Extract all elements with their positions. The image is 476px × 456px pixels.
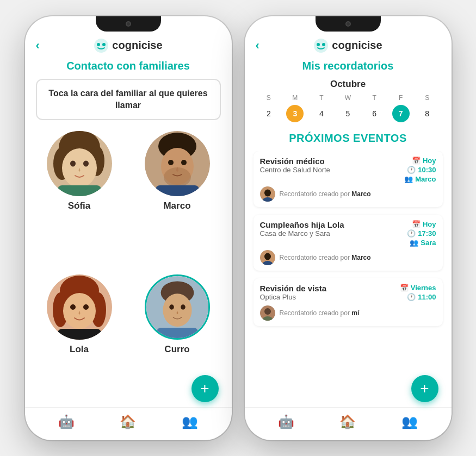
calendar-icon-3: 📅 (400, 284, 409, 292)
cal-date-6[interactable]: 6 (366, 105, 383, 122)
curro-face (146, 276, 208, 338)
event-time-2: 🕐 17:30 (407, 229, 436, 238)
logo-1: cognicise (94, 38, 162, 53)
back-button-2[interactable]: ‹ (256, 39, 259, 53)
event-row-2: Cumpleaños hija Lola Casa de Marco y Sar… (260, 220, 436, 247)
nav-home-1[interactable]: 🏠 (120, 414, 136, 429)
event-time-1: 🕐 10:30 (407, 166, 436, 174)
avatar-sofia (47, 131, 112, 196)
contact-sofia[interactable]: Sófia (36, 131, 123, 264)
page-title-1: Contacto con familiares (25, 58, 232, 79)
bottom-nav-2: 🤖 🏠 👥 (245, 407, 452, 440)
sofia-face (47, 131, 112, 196)
event-card-1[interactable]: Revisión médico Centro de Salud Norte 📅 … (254, 151, 443, 207)
bottom-nav-1: 🤖 🏠 👥 (25, 407, 232, 440)
back-button-1[interactable]: ‹ (36, 39, 40, 53)
svg-rect-25 (58, 329, 101, 340)
event-person-2: 👥 Sara (410, 239, 436, 247)
marco-face (145, 131, 210, 196)
svg-point-24 (83, 304, 89, 310)
cal-date-5[interactable]: 5 (339, 105, 356, 122)
event-left-3: Revisión de vista Optica Plus (260, 284, 400, 302)
svg-point-23 (70, 304, 76, 310)
calendar-month: Octubre (256, 79, 441, 90)
event-card-2[interactable]: Cumpleaños hija Lola Casa de Marco y Sar… (254, 215, 443, 271)
cal-label-f: F (387, 94, 414, 102)
svg-point-36 (264, 189, 271, 196)
contact-lola[interactable]: Lola (36, 274, 123, 407)
cal-date-3[interactable]: 3 (286, 105, 304, 122)
nav-ai-2[interactable]: 🤖 (278, 414, 294, 429)
event-row-3: Revisión de vista Optica Plus 📅 Viernes … (260, 284, 436, 302)
event-location-2: Casa de Marco y Sara (260, 229, 407, 238)
event-creator-1: Recordatorio creado por Marco (260, 186, 436, 202)
ai-icon-2: 🤖 (278, 414, 294, 429)
phone-2: ‹ cognicise Mis recordatorios Octubre S … (245, 16, 452, 440)
page-title-2: Mis recordatorios (245, 58, 452, 79)
event-card-3[interactable]: Revisión de vista Optica Plus 📅 Viernes … (254, 278, 443, 326)
cal-date-8[interactable]: 8 (418, 105, 436, 122)
svg-point-8 (70, 161, 76, 167)
event-right-3: 📅 Viernes 🕐 11:00 (400, 284, 436, 301)
svg-rect-31 (157, 328, 198, 338)
home-icon-1: 🏠 (120, 414, 136, 429)
event-creator-3: Recordatorio creado por mí (260, 305, 436, 321)
logo-icon-1 (94, 38, 109, 53)
event-right-1: 📅 Hoy 🕐 10:30 👥 Marco (404, 157, 436, 183)
calendar-dates: 2 3 4 5 6 7 8 (256, 105, 441, 122)
home-icon-2: 🏠 (339, 414, 356, 429)
nav-contacts-1[interactable]: 👥 (182, 414, 198, 429)
event-time-3: 🕐 11:00 (407, 293, 436, 301)
contacts-icon-2: 👥 (401, 414, 418, 429)
svg-point-9 (83, 161, 89, 167)
phone2-content: ‹ cognicise Mis recordatorios Octubre S … (245, 32, 452, 440)
svg-point-42 (264, 308, 271, 315)
svg-point-30 (181, 304, 186, 310)
svg-point-0 (94, 39, 108, 53)
logo-text-2: cognicise (332, 39, 382, 52)
avatar-marco (145, 131, 210, 196)
ai-icon-1: 🤖 (58, 414, 75, 429)
nav-contacts-2[interactable]: 👥 (401, 414, 418, 429)
camera-2 (345, 21, 351, 27)
calendar-days-header: S M T W T F S (256, 94, 441, 102)
svg-point-1 (97, 43, 100, 46)
creator-avatar-2 (260, 250, 275, 265)
phone-notch-1 (96, 16, 161, 32)
cal-date-4[interactable]: 4 (313, 105, 330, 122)
avatar-lola (47, 274, 112, 340)
cal-label-s2: S (414, 94, 441, 102)
lola-face (47, 274, 112, 340)
svg-point-33 (317, 43, 320, 46)
creator-text-3: Recordatorio creado por mí (280, 309, 360, 317)
svg-rect-17 (156, 185, 199, 196)
logo-icon-2 (313, 38, 329, 53)
event-left-2: Cumpleaños hija Lola Casa de Marco y Sar… (260, 220, 407, 239)
contacts-icon-1: 👥 (182, 414, 198, 429)
svg-rect-10 (58, 185, 101, 196)
event-day-3: 📅 Viernes (400, 284, 436, 292)
fab-button-2[interactable]: + (411, 375, 438, 402)
event-row-1: Revisión médico Centro de Salud Norte 📅 … (260, 157, 436, 183)
nav-home-2[interactable]: 🏠 (339, 414, 356, 429)
clock-icon-1: 🕐 (407, 166, 416, 174)
cal-date-2[interactable]: 2 (260, 105, 277, 122)
logo-2: cognicise (313, 38, 382, 53)
events-list: Revisión médico Centro de Salud Norte 📅 … (245, 151, 452, 407)
event-right-2: 📅 Hoy 🕐 17:30 👥 Sara (407, 220, 436, 247)
nav-ai-1[interactable]: 🤖 (58, 414, 75, 429)
avatar-curro (145, 274, 210, 340)
clock-icon-3: 🕐 (407, 293, 416, 301)
svg-point-16 (181, 160, 187, 165)
fab-button-1[interactable]: + (191, 375, 219, 402)
marco-name: Marco (163, 201, 190, 211)
events-title: PRÓXIMOS EVENTOS (245, 132, 452, 145)
cal-date-7[interactable]: 7 (392, 105, 410, 122)
event-location-1: Centro de Salud Norte (260, 166, 405, 174)
svg-point-29 (169, 304, 174, 310)
creator-text-2: Recordatorio creado por Marco (280, 254, 371, 261)
header-1: ‹ cognicise (25, 32, 232, 58)
contact-marco[interactable]: Marco (134, 131, 221, 264)
calendar-icon-1: 📅 (412, 157, 421, 165)
header-2: ‹ cognicise (245, 32, 452, 58)
